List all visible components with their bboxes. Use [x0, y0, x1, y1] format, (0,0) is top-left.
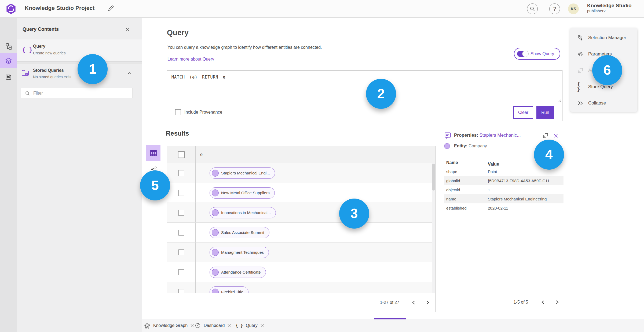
entity-pill[interactable]: Sales Associate Summit [210, 227, 269, 238]
entity-dot-icon [444, 143, 450, 149]
filter-input[interactable] [33, 88, 130, 98]
entity-pill[interactable]: Firebird Title [210, 286, 248, 293]
properties-title: Properties: Staplers Mechanic... [454, 133, 521, 138]
annotation-badge-1: 1 [78, 54, 108, 84]
chevron-up-icon[interactable] [127, 72, 131, 75]
show-query-label: Show Query [530, 51, 554, 56]
gear-icon [577, 51, 584, 57]
results-scrollbar[interactable] [432, 163, 435, 293]
add-to-link-chart-button[interactable] [542, 132, 549, 139]
tab-knowledge-graph[interactable]: Knowledge Graph [144, 319, 194, 332]
user-menu[interactable]: Knowledge Studio publisher2 [587, 3, 632, 13]
show-query-toggle[interactable]: Show Query [514, 48, 560, 60]
entity-pill[interactable]: Attendance Certificate [210, 267, 266, 278]
properties-next-page-button[interactable] [553, 298, 561, 306]
avatar[interactable]: KS [568, 3, 579, 14]
entity-dot-icon [212, 170, 219, 177]
run-button[interactable]: Run [536, 106, 554, 119]
properties-pagination: 1-5 of 5 [444, 295, 564, 310]
rail-item-data-model[interactable] [0, 38, 17, 54]
properties-header: Properties: Staplers Mechanic... [444, 132, 564, 140]
entity-dot-icon [212, 229, 219, 236]
select-all-checkbox[interactable] [178, 151, 185, 158]
results-page-count: 1-27 of 27 [380, 300, 399, 305]
row-checkbox[interactable] [178, 190, 184, 196]
rail-item-contents[interactable] [0, 53, 17, 68]
menu-item-selection-manager[interactable]: Selection Manager [570, 29, 637, 46]
edit-title-icon[interactable] [107, 5, 114, 12]
sidebar-item-query[interactable]: { } Query Create new queries [17, 39, 142, 62]
include-provenance-label: Include Provenance [184, 110, 222, 115]
tab-dashboard[interactable]: Dashboard [195, 319, 231, 332]
query-contents-title: Query Contents [23, 27, 59, 32]
view-as-table-button[interactable] [146, 145, 160, 161]
scrollbar-thumb[interactable] [432, 164, 435, 191]
row-checkbox[interactable] [178, 289, 184, 293]
table-row[interactable]: Innovations in Mechanical... [167, 203, 435, 223]
table-row[interactable]: Sales Associate Summit [167, 223, 435, 243]
close-tab-icon[interactable] [191, 324, 194, 327]
property-row[interactable]: established 2020-02-11 [444, 203, 564, 212]
rail-item-save[interactable] [0, 70, 17, 85]
tab-query[interactable]: { } Query [236, 319, 264, 332]
entity-pill[interactable]: Staplers Mechanical Engi... [210, 167, 275, 179]
entity-pill[interactable]: Managment Techniques [210, 247, 269, 258]
entity-dot-icon [212, 189, 219, 196]
table-row[interactable]: New Metal Office Suppliers [167, 183, 435, 203]
selection-manager-icon [577, 35, 584, 41]
query-footer: Include Provenance Clear Run [167, 103, 562, 121]
entity-dot-icon [212, 289, 219, 293]
table-row[interactable]: Attendance Certificate [167, 262, 435, 282]
double-chevron-right-icon [577, 100, 584, 106]
close-properties-button[interactable] [552, 132, 559, 139]
chevron-left-icon [541, 300, 544, 304]
topbar: Knowledge Studio Project ? KS Knowledge … [0, 0, 644, 18]
row-checkbox[interactable] [178, 249, 184, 255]
user-role: publisher2 [587, 9, 632, 13]
braces-icon: { } [577, 84, 584, 90]
properties-entity-link[interactable]: Staplers Mechanic... [479, 133, 521, 138]
header-checkbox-cell [167, 146, 196, 163]
results-prev-page-button[interactable] [409, 299, 418, 307]
row-checkbox[interactable] [178, 230, 184, 236]
query-editor-input[interactable]: MATCH (e) RETURN e [171, 75, 558, 80]
resize-grip-icon[interactable] [558, 99, 561, 102]
chevron-right-icon [426, 300, 430, 305]
annotation-badge-5: 5 [140, 170, 170, 200]
results-table: e Staplers Mechanical Engi... New Metal … [167, 146, 436, 312]
clear-button[interactable]: Clear [513, 106, 533, 119]
property-row[interactable]: name Staplers Mechanical Engineering [444, 194, 564, 203]
annotation-badge-2: 2 [366, 79, 396, 109]
chevron-right-icon [556, 300, 559, 304]
include-provenance-checkbox[interactable] [175, 109, 181, 115]
property-row[interactable]: objectid 1 [444, 185, 564, 194]
learn-more-link[interactable]: Learn more about Query [167, 57, 214, 62]
results-next-page-button[interactable] [424, 299, 432, 307]
annotation-badge-3: 3 [339, 199, 369, 229]
app-logo-icon[interactable] [6, 3, 16, 15]
table-row[interactable]: Staplers Mechanical Engi... [167, 163, 435, 183]
close-tab-icon[interactable] [228, 324, 231, 327]
entity-type: Company [469, 144, 487, 148]
column-header-e: e [196, 146, 203, 163]
table-icon [150, 150, 157, 156]
property-row[interactable]: globalid {5D9B4713-F98D-4A53-A59F-C11... [444, 176, 564, 185]
close-panel-button[interactable] [124, 26, 131, 33]
row-checkbox[interactable] [178, 210, 184, 216]
menu-item-collapse[interactable]: Collapse [570, 95, 637, 111]
search-button[interactable] [527, 3, 538, 14]
properties-icon [444, 132, 451, 139]
column-header-name: Name [444, 158, 488, 167]
table-row[interactable]: Firebird Title [167, 282, 435, 293]
row-checkbox[interactable] [178, 170, 184, 176]
entity-pill[interactable]: New Metal Office Suppliers [210, 187, 275, 199]
properties-prev-page-button[interactable] [539, 298, 547, 306]
close-tab-icon[interactable] [261, 324, 264, 327]
entity-pill[interactable]: Innovations in Mechanical... [210, 207, 276, 218]
row-checkbox[interactable] [178, 269, 184, 275]
help-button[interactable]: ? [549, 3, 560, 14]
query-item-title: Query [33, 44, 45, 49]
stored-queries-subtitle: No stored queries exist [33, 75, 71, 79]
search-icon [530, 6, 535, 12]
table-row[interactable]: Managment Techniques [167, 243, 435, 262]
